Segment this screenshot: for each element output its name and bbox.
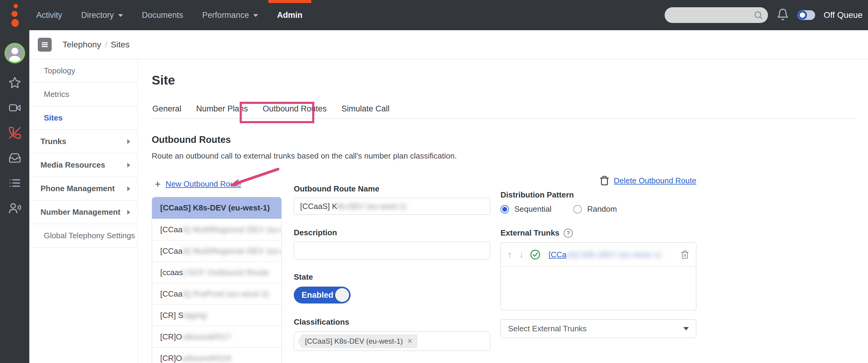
top-bar: Activity Directory Documents Performance… xyxy=(0,0,868,30)
delete-outbound-route-link[interactable]: Delete Outbound Route xyxy=(614,176,696,186)
classifications-label: Classifications xyxy=(294,318,490,327)
chip-remove-icon[interactable]: ✕ xyxy=(407,337,412,345)
radio-button-icon xyxy=(500,205,509,213)
tab-number-plans[interactable]: Number Plans xyxy=(195,104,248,113)
queue-status-label: Off Queue xyxy=(824,10,863,20)
chevron-down-icon xyxy=(118,14,123,17)
user-avatar[interactable] xyxy=(4,43,25,63)
state-label: State xyxy=(294,272,490,282)
plus-icon: + xyxy=(155,179,161,189)
route-list-item[interactable]: [CR] Staging xyxy=(152,305,281,326)
nav-item-documents[interactable]: Documents xyxy=(142,0,183,30)
breadcrumb-telephony[interactable]: Telephony xyxy=(63,40,101,50)
trash-icon[interactable] xyxy=(680,250,689,259)
chevron-down-icon xyxy=(253,14,258,17)
route-list-item[interactable]: [CCaaS] MultiRegional DEV (eu-west-1) xyxy=(152,219,281,240)
trash-icon[interactable] xyxy=(599,175,610,186)
toggle-knob xyxy=(335,288,349,302)
new-outbound-route-link[interactable]: New Outbound Route xyxy=(166,179,241,189)
route-name-input[interactable]: [CCaaS] K8s-DEV (eu-west-1) xyxy=(294,198,490,215)
route-form-column: Outbound Route Name [CCaaS] K8s-DEV (eu-… xyxy=(294,173,490,351)
sidebar-item-media-resources[interactable]: Media Resources xyxy=(29,154,137,177)
chevron-right-icon xyxy=(127,210,130,215)
external-trunk-link[interactable]: [CCa aS] K8s-DEV (eu-west-1) xyxy=(549,250,661,259)
queue-status-toggle[interactable] xyxy=(798,10,815,20)
nav-item-directory[interactable]: Directory xyxy=(81,0,123,30)
sidebar-item-number-management[interactable]: Number Management xyxy=(29,201,137,224)
route-list: [CCaaS] K8s-DEV (eu-west-1) [CCaaS] Mult… xyxy=(152,197,282,363)
left-icon-rail xyxy=(0,30,29,363)
search-icon[interactable] xyxy=(753,10,763,21)
description-label: Description xyxy=(294,228,490,237)
route-list-item[interactable]: [CCaaS] PreProd (eu-west-2) xyxy=(152,283,281,305)
route-list-item[interactable]: [CCaaS] K8s-DEV (eu-west-1) xyxy=(152,197,281,219)
route-list-item[interactable]: [CR]Outbound#018 xyxy=(152,348,281,363)
inbox-icon[interactable] xyxy=(8,151,22,165)
distribution-pattern-label: Distribution Pattern xyxy=(500,190,696,200)
route-settings-column: Delete Outbound Route Distribution Patte… xyxy=(500,173,696,338)
help-icon[interactable]: ? xyxy=(564,229,573,238)
route-list-column: + New Outbound Route [CCaaS] K8s-DEV (eu… xyxy=(152,173,282,363)
external-trunks-box: ↑ ↓ [CCa aS] K8s-DEV (eu-west-1) xyxy=(500,242,696,310)
route-list-item[interactable]: [CCaaS] MultiRegional DEV (eu-west-2) xyxy=(152,240,281,262)
radio-random[interactable]: Random xyxy=(573,204,617,214)
page-title: Site xyxy=(152,73,855,88)
sidebar-item-metrics[interactable]: Metrics xyxy=(29,83,137,106)
breadcrumb-bar: Telephony / Sites xyxy=(29,30,868,59)
move-down-icon[interactable]: ↓ xyxy=(519,250,524,260)
search-container xyxy=(664,7,768,23)
sidebar-item-trunks[interactable]: Trunks xyxy=(29,130,137,154)
main-content: Site General Number Plans Outbound Route… xyxy=(138,59,868,363)
route-list-item[interactable]: [CR]Outbound#017 xyxy=(152,326,281,348)
tab-general[interactable]: General xyxy=(152,104,182,113)
route-list-item[interactable]: [ccaas] DCF Outbound Route xyxy=(152,262,281,283)
sidebar-item-sites[interactable]: Sites xyxy=(29,106,137,130)
select-external-trunks-dropdown[interactable]: Select External Trunks xyxy=(500,319,696,338)
state-toggle-label: Enabled xyxy=(302,291,333,300)
video-camera-icon[interactable] xyxy=(8,101,22,115)
classification-chip: [CCaaS] K8s-DEV (eu-west-1) ✕ xyxy=(298,334,418,348)
distribution-pattern-options: Sequential Random xyxy=(500,204,696,214)
state-toggle[interactable]: Enabled xyxy=(294,287,350,303)
top-bar-right: Off Queue xyxy=(664,0,863,30)
telephony-sidebar: Topology Metrics Sites Trunks Media Reso… xyxy=(29,59,138,363)
external-trunks-label-row: External Trunks ? xyxy=(500,228,696,238)
chevron-right-icon xyxy=(127,186,130,191)
external-trunks-label: External Trunks xyxy=(500,228,559,238)
phone-disabled-icon[interactable] xyxy=(8,126,22,140)
nav-item-performance[interactable]: Performance xyxy=(202,0,258,30)
chevron-right-icon xyxy=(127,163,130,168)
tab-simulate-call[interactable]: Simulate Call xyxy=(341,104,390,113)
sidebar-item-phone-management[interactable]: Phone Management xyxy=(29,177,137,201)
section-heading: Outbound Routes xyxy=(152,134,855,145)
radio-button-icon xyxy=(573,205,582,213)
list-view-icon[interactable] xyxy=(8,176,22,190)
agent-speaking-icon[interactable] xyxy=(8,201,22,215)
outbound-routes-layout: + New Outbound Route [CCaaS] K8s-DEV (eu… xyxy=(152,173,855,363)
description-input[interactable] xyxy=(294,241,490,260)
menu-hamburger-button[interactable] xyxy=(38,38,52,52)
status-check-icon xyxy=(530,249,541,260)
sidebar-item-topology[interactable]: Topology xyxy=(29,59,137,83)
breadcrumb: Telephony / Sites xyxy=(63,40,130,50)
classifications-input[interactable]: [CCaaS] K8s-DEV (eu-west-1) ✕ xyxy=(294,332,490,351)
breadcrumb-sites[interactable]: Sites xyxy=(111,40,129,50)
search-input[interactable] xyxy=(664,7,768,23)
radio-sequential[interactable]: Sequential xyxy=(500,204,552,214)
chevron-right-icon xyxy=(127,139,130,144)
sidebar-item-global-telephony-settings[interactable]: Global Telephony Settings xyxy=(29,224,137,248)
move-up-icon[interactable]: ↑ xyxy=(507,250,512,260)
top-nav: Activity Directory Documents Performance… xyxy=(36,0,303,30)
nav-item-activity[interactable]: Activity xyxy=(36,0,62,30)
external-trunk-row: ↑ ↓ [CCa aS] K8s-DEV (eu-west-1) xyxy=(501,243,696,267)
site-tabs: General Number Plans Outbound Routes Sim… xyxy=(152,99,855,119)
nav-item-admin[interactable]: Admin xyxy=(277,0,303,30)
route-name-label: Outbound Route Name xyxy=(294,184,490,194)
new-outbound-route-row: + New Outbound Route xyxy=(152,179,282,189)
tab-outbound-routes[interactable]: Outbound Routes xyxy=(262,104,327,113)
favorites-star-icon[interactable] xyxy=(8,76,22,90)
section-description: Route an outbound call to external trunk… xyxy=(152,151,855,161)
breadcrumb-separator: / xyxy=(105,40,107,50)
notifications-bell-icon[interactable] xyxy=(776,8,789,22)
genesys-logo-icon xyxy=(7,2,25,28)
